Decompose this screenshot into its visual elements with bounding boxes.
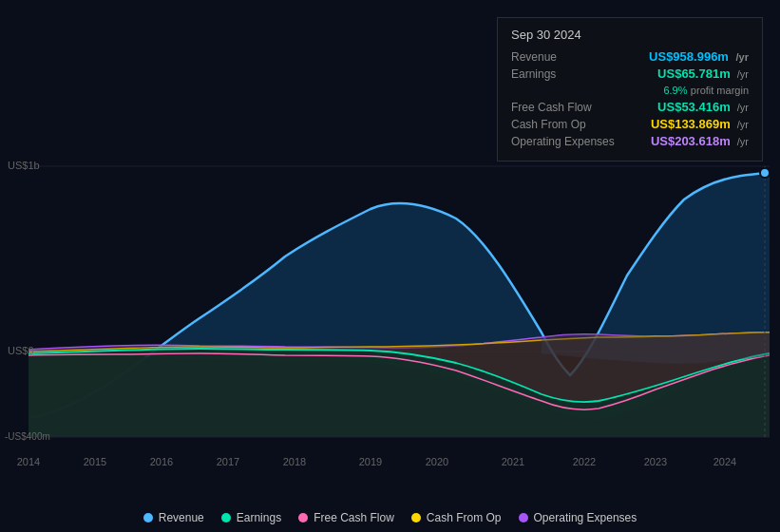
svg-text:2014: 2014 — [17, 456, 40, 467]
svg-text:2024: 2024 — [713, 456, 736, 467]
svg-text:2018: 2018 — [283, 456, 306, 467]
tooltip-row-margin: 6.9% profit margin — [511, 84, 749, 97]
tooltip-value-opex: US$203.618m /yr — [651, 134, 749, 148]
svg-text:US$0: US$0 — [8, 345, 34, 356]
legend-dot-revenue — [143, 513, 153, 522]
tooltip-row-earnings: Earnings US$65.781m /yr — [511, 66, 749, 81]
svg-text:2023: 2023 — [644, 456, 667, 467]
legend-item-cashop[interactable]: Cash From Op — [411, 511, 502, 524]
svg-text:-US$400m: -US$400m — [5, 431, 50, 442]
legend-item-fcf[interactable]: Free Cash Flow — [298, 511, 394, 524]
legend-dot-cashop — [411, 513, 421, 522]
svg-text:2020: 2020 — [426, 456, 448, 467]
legend-label-earnings: Earnings — [237, 511, 281, 524]
svg-point-6 — [760, 168, 770, 178]
tooltip-label-revenue: Revenue — [511, 50, 625, 64]
legend-dot-earnings — [221, 513, 231, 522]
tooltip-label-opex: Operating Expenses — [511, 135, 625, 148]
legend-dot-fcf — [298, 513, 308, 522]
legend-dot-opex — [519, 513, 528, 522]
tooltip-row-fcf: Free Cash Flow US$53.416m /yr — [511, 100, 749, 114]
tooltip-value-fcf: US$53.416m /yr — [657, 100, 749, 114]
legend-label-opex: Operating Expenses — [534, 511, 637, 524]
tooltip-value-earnings: US$65.781m /yr — [657, 66, 749, 81]
svg-text:US$1b: US$1b — [8, 160, 40, 171]
tooltip-label-cashop: Cash From Op — [511, 118, 625, 131]
tooltip-label-earnings: Earnings — [511, 67, 625, 81]
legend-label-fcf: Free Cash Flow — [314, 511, 394, 524]
svg-text:2017: 2017 — [217, 456, 239, 467]
tooltip-value-cashop: US$133.869m /yr — [651, 117, 749, 131]
tooltip-label-fcf: Free Cash Flow — [511, 101, 625, 114]
svg-text:2022: 2022 — [573, 456, 596, 467]
tooltip-value-revenue: US$958.996m /yr — [649, 49, 749, 64]
svg-text:2021: 2021 — [502, 456, 524, 467]
chart-legend: Revenue Earnings Free Cash Flow Cash Fro… — [0, 511, 780, 524]
tooltip-row-cashop: Cash From Op US$133.869m /yr — [511, 117, 749, 131]
tooltip-row-revenue: Revenue US$958.996m /yr — [511, 49, 749, 64]
svg-text:2019: 2019 — [359, 456, 382, 467]
svg-text:2015: 2015 — [84, 456, 106, 467]
tooltip-date: Sep 30 2024 — [511, 28, 749, 42]
legend-item-earnings[interactable]: Earnings — [221, 511, 281, 524]
tooltip-margin-value: 6.9% profit margin — [659, 84, 749, 97]
legend-label-revenue: Revenue — [159, 511, 204, 524]
tooltip-row-opex: Operating Expenses US$203.618m /yr — [511, 134, 749, 148]
tooltip-panel: Sep 30 2024 Revenue US$958.996m /yr Earn… — [497, 17, 763, 162]
legend-label-cashop: Cash From Op — [427, 511, 502, 524]
svg-text:2016: 2016 — [150, 456, 173, 467]
legend-item-revenue[interactable]: Revenue — [143, 511, 204, 524]
legend-item-opex[interactable]: Operating Expenses — [519, 511, 637, 524]
